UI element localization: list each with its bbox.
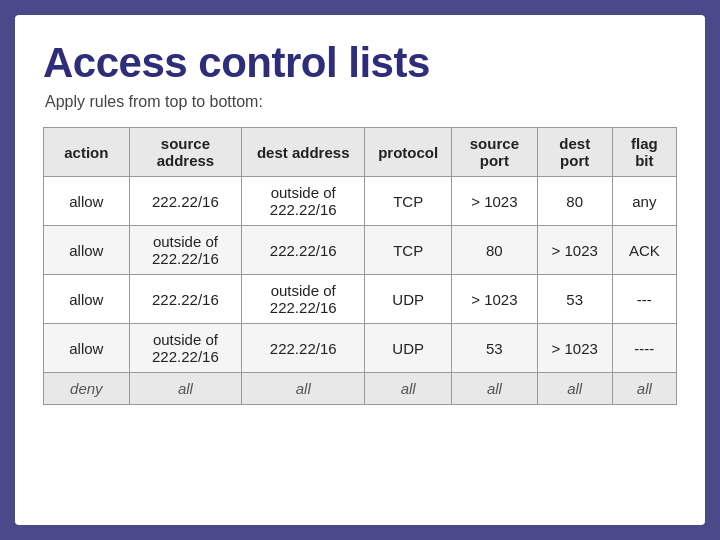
- cell-flag: any: [612, 177, 676, 226]
- acl-table: action source address dest address proto…: [43, 127, 677, 405]
- cell-dst_addr: outside of 222.22/16: [242, 275, 365, 324]
- table-body: allow222.22/16outside of 222.22/16TCP> 1…: [44, 177, 677, 405]
- cell-flag: ACK: [612, 226, 676, 275]
- cell-dst_port: 80: [537, 177, 612, 226]
- cell-action: allow: [44, 275, 130, 324]
- cell-dst_port: all: [537, 373, 612, 405]
- cell-dst_port: 53: [537, 275, 612, 324]
- cell-src_addr: outside of 222.22/16: [129, 226, 241, 275]
- th-src-port: source port: [452, 128, 538, 177]
- cell-src_addr: 222.22/16: [129, 275, 241, 324]
- table-row: allowoutside of 222.22/16222.22/16TCP80>…: [44, 226, 677, 275]
- cell-action: deny: [44, 373, 130, 405]
- cell-action: allow: [44, 177, 130, 226]
- table-row: allowoutside of 222.22/16222.22/16UDP53>…: [44, 324, 677, 373]
- cell-protocol: all: [365, 373, 452, 405]
- cell-flag: ---: [612, 275, 676, 324]
- cell-flag: ----: [612, 324, 676, 373]
- th-protocol: protocol: [365, 128, 452, 177]
- cell-src_port: all: [452, 373, 538, 405]
- cell-src_port: > 1023: [452, 275, 538, 324]
- th-dst-addr: dest address: [242, 128, 365, 177]
- th-dst-port: dest port: [537, 128, 612, 177]
- cell-dst_addr: 222.22/16: [242, 324, 365, 373]
- table-header-row: action source address dest address proto…: [44, 128, 677, 177]
- cell-dst_addr: outside of 222.22/16: [242, 177, 365, 226]
- cell-src_port: 53: [452, 324, 538, 373]
- table-row: denyallallallallallall: [44, 373, 677, 405]
- cell-action: allow: [44, 226, 130, 275]
- cell-src_port: 80: [452, 226, 538, 275]
- cell-src_addr: 222.22/16: [129, 177, 241, 226]
- cell-protocol: TCP: [365, 177, 452, 226]
- cell-action: allow: [44, 324, 130, 373]
- cell-protocol: UDP: [365, 324, 452, 373]
- th-src-addr: source address: [129, 128, 241, 177]
- cell-src_addr: outside of 222.22/16: [129, 324, 241, 373]
- cell-protocol: TCP: [365, 226, 452, 275]
- th-action: action: [44, 128, 130, 177]
- cell-dst_port: > 1023: [537, 226, 612, 275]
- slide-title: Access control lists: [43, 39, 677, 87]
- cell-dst_addr: all: [242, 373, 365, 405]
- table-row: allow222.22/16outside of 222.22/16TCP> 1…: [44, 177, 677, 226]
- th-flag: flag bit: [612, 128, 676, 177]
- table-row: allow222.22/16outside of 222.22/16UDP> 1…: [44, 275, 677, 324]
- cell-flag: all: [612, 373, 676, 405]
- cell-dst_addr: 222.22/16: [242, 226, 365, 275]
- cell-dst_port: > 1023: [537, 324, 612, 373]
- cell-src_addr: all: [129, 373, 241, 405]
- slide: Access control lists Apply rules from to…: [15, 15, 705, 525]
- cell-protocol: UDP: [365, 275, 452, 324]
- cell-src_port: > 1023: [452, 177, 538, 226]
- slide-subtitle: Apply rules from top to bottom:: [45, 93, 677, 111]
